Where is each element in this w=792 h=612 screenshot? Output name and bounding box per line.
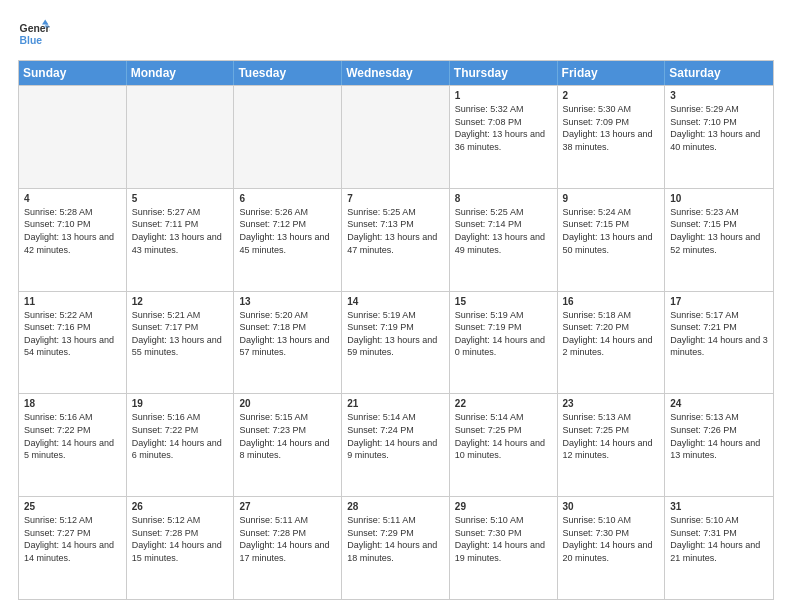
day-info: Sunrise: 5:32 AM Sunset: 7:08 PM Dayligh… bbox=[455, 103, 552, 153]
calendar-cell: 16Sunrise: 5:18 AM Sunset: 7:20 PM Dayli… bbox=[558, 292, 666, 394]
day-info: Sunrise: 5:14 AM Sunset: 7:24 PM Dayligh… bbox=[347, 411, 444, 461]
day-info: Sunrise: 5:13 AM Sunset: 7:25 PM Dayligh… bbox=[563, 411, 660, 461]
calendar-body: 1Sunrise: 5:32 AM Sunset: 7:08 PM Daylig… bbox=[19, 85, 773, 599]
day-number: 12 bbox=[132, 296, 229, 307]
day-number: 5 bbox=[132, 193, 229, 204]
calendar-row: 18Sunrise: 5:16 AM Sunset: 7:22 PM Dayli… bbox=[19, 393, 773, 496]
day-number: 17 bbox=[670, 296, 768, 307]
calendar-row: 11Sunrise: 5:22 AM Sunset: 7:16 PM Dayli… bbox=[19, 291, 773, 394]
day-info: Sunrise: 5:18 AM Sunset: 7:20 PM Dayligh… bbox=[563, 309, 660, 359]
calendar-cell bbox=[127, 86, 235, 188]
calendar-cell: 11Sunrise: 5:22 AM Sunset: 7:16 PM Dayli… bbox=[19, 292, 127, 394]
calendar-cell: 12Sunrise: 5:21 AM Sunset: 7:17 PM Dayli… bbox=[127, 292, 235, 394]
calendar-cell: 24Sunrise: 5:13 AM Sunset: 7:26 PM Dayli… bbox=[665, 394, 773, 496]
day-info: Sunrise: 5:11 AM Sunset: 7:29 PM Dayligh… bbox=[347, 514, 444, 564]
day-number: 25 bbox=[24, 501, 121, 512]
day-info: Sunrise: 5:17 AM Sunset: 7:21 PM Dayligh… bbox=[670, 309, 768, 359]
logo: General Blue bbox=[18, 18, 50, 50]
day-info: Sunrise: 5:27 AM Sunset: 7:11 PM Dayligh… bbox=[132, 206, 229, 256]
day-number: 30 bbox=[563, 501, 660, 512]
calendar-cell: 7Sunrise: 5:25 AM Sunset: 7:13 PM Daylig… bbox=[342, 189, 450, 291]
calendar: SundayMondayTuesdayWednesdayThursdayFrid… bbox=[18, 60, 774, 600]
calendar-cell: 28Sunrise: 5:11 AM Sunset: 7:29 PM Dayli… bbox=[342, 497, 450, 599]
calendar-cell: 31Sunrise: 5:10 AM Sunset: 7:31 PM Dayli… bbox=[665, 497, 773, 599]
day-info: Sunrise: 5:12 AM Sunset: 7:27 PM Dayligh… bbox=[24, 514, 121, 564]
day-info: Sunrise: 5:24 AM Sunset: 7:15 PM Dayligh… bbox=[563, 206, 660, 256]
calendar-cell: 26Sunrise: 5:12 AM Sunset: 7:28 PM Dayli… bbox=[127, 497, 235, 599]
calendar-cell bbox=[342, 86, 450, 188]
day-number: 1 bbox=[455, 90, 552, 101]
day-info: Sunrise: 5:26 AM Sunset: 7:12 PM Dayligh… bbox=[239, 206, 336, 256]
day-info: Sunrise: 5:10 AM Sunset: 7:30 PM Dayligh… bbox=[455, 514, 552, 564]
day-info: Sunrise: 5:29 AM Sunset: 7:10 PM Dayligh… bbox=[670, 103, 768, 153]
day-number: 16 bbox=[563, 296, 660, 307]
day-header: Tuesday bbox=[234, 61, 342, 85]
day-info: Sunrise: 5:23 AM Sunset: 7:15 PM Dayligh… bbox=[670, 206, 768, 256]
day-header: Wednesday bbox=[342, 61, 450, 85]
calendar-header: SundayMondayTuesdayWednesdayThursdayFrid… bbox=[19, 61, 773, 85]
day-info: Sunrise: 5:16 AM Sunset: 7:22 PM Dayligh… bbox=[24, 411, 121, 461]
day-number: 7 bbox=[347, 193, 444, 204]
day-number: 8 bbox=[455, 193, 552, 204]
day-number: 6 bbox=[239, 193, 336, 204]
calendar-cell: 27Sunrise: 5:11 AM Sunset: 7:28 PM Dayli… bbox=[234, 497, 342, 599]
day-info: Sunrise: 5:28 AM Sunset: 7:10 PM Dayligh… bbox=[24, 206, 121, 256]
logo-icon: General Blue bbox=[18, 18, 50, 50]
calendar-cell: 13Sunrise: 5:20 AM Sunset: 7:18 PM Dayli… bbox=[234, 292, 342, 394]
day-number: 31 bbox=[670, 501, 768, 512]
calendar-cell: 30Sunrise: 5:10 AM Sunset: 7:30 PM Dayli… bbox=[558, 497, 666, 599]
day-info: Sunrise: 5:22 AM Sunset: 7:16 PM Dayligh… bbox=[24, 309, 121, 359]
svg-marker-2 bbox=[42, 20, 48, 25]
day-info: Sunrise: 5:20 AM Sunset: 7:18 PM Dayligh… bbox=[239, 309, 336, 359]
day-info: Sunrise: 5:19 AM Sunset: 7:19 PM Dayligh… bbox=[455, 309, 552, 359]
day-number: 18 bbox=[24, 398, 121, 409]
day-number: 4 bbox=[24, 193, 121, 204]
calendar-cell: 4Sunrise: 5:28 AM Sunset: 7:10 PM Daylig… bbox=[19, 189, 127, 291]
day-number: 28 bbox=[347, 501, 444, 512]
day-info: Sunrise: 5:19 AM Sunset: 7:19 PM Dayligh… bbox=[347, 309, 444, 359]
day-header: Thursday bbox=[450, 61, 558, 85]
calendar-cell: 25Sunrise: 5:12 AM Sunset: 7:27 PM Dayli… bbox=[19, 497, 127, 599]
day-info: Sunrise: 5:15 AM Sunset: 7:23 PM Dayligh… bbox=[239, 411, 336, 461]
day-number: 15 bbox=[455, 296, 552, 307]
calendar-cell bbox=[19, 86, 127, 188]
day-info: Sunrise: 5:10 AM Sunset: 7:30 PM Dayligh… bbox=[563, 514, 660, 564]
day-info: Sunrise: 5:25 AM Sunset: 7:14 PM Dayligh… bbox=[455, 206, 552, 256]
day-header: Saturday bbox=[665, 61, 773, 85]
calendar-cell: 14Sunrise: 5:19 AM Sunset: 7:19 PM Dayli… bbox=[342, 292, 450, 394]
calendar-cell: 22Sunrise: 5:14 AM Sunset: 7:25 PM Dayli… bbox=[450, 394, 558, 496]
day-header: Sunday bbox=[19, 61, 127, 85]
day-info: Sunrise: 5:30 AM Sunset: 7:09 PM Dayligh… bbox=[563, 103, 660, 153]
day-number: 11 bbox=[24, 296, 121, 307]
day-number: 26 bbox=[132, 501, 229, 512]
day-header: Monday bbox=[127, 61, 235, 85]
day-number: 29 bbox=[455, 501, 552, 512]
day-info: Sunrise: 5:16 AM Sunset: 7:22 PM Dayligh… bbox=[132, 411, 229, 461]
day-number: 19 bbox=[132, 398, 229, 409]
day-info: Sunrise: 5:12 AM Sunset: 7:28 PM Dayligh… bbox=[132, 514, 229, 564]
day-info: Sunrise: 5:11 AM Sunset: 7:28 PM Dayligh… bbox=[239, 514, 336, 564]
day-info: Sunrise: 5:10 AM Sunset: 7:31 PM Dayligh… bbox=[670, 514, 768, 564]
calendar-cell: 23Sunrise: 5:13 AM Sunset: 7:25 PM Dayli… bbox=[558, 394, 666, 496]
day-info: Sunrise: 5:14 AM Sunset: 7:25 PM Dayligh… bbox=[455, 411, 552, 461]
day-number: 20 bbox=[239, 398, 336, 409]
calendar-cell: 1Sunrise: 5:32 AM Sunset: 7:08 PM Daylig… bbox=[450, 86, 558, 188]
svg-text:Blue: Blue bbox=[20, 35, 43, 46]
calendar-cell: 20Sunrise: 5:15 AM Sunset: 7:23 PM Dayli… bbox=[234, 394, 342, 496]
day-info: Sunrise: 5:21 AM Sunset: 7:17 PM Dayligh… bbox=[132, 309, 229, 359]
calendar-cell: 15Sunrise: 5:19 AM Sunset: 7:19 PM Dayli… bbox=[450, 292, 558, 394]
day-number: 23 bbox=[563, 398, 660, 409]
day-number: 10 bbox=[670, 193, 768, 204]
calendar-cell: 9Sunrise: 5:24 AM Sunset: 7:15 PM Daylig… bbox=[558, 189, 666, 291]
day-number: 2 bbox=[563, 90, 660, 101]
day-number: 9 bbox=[563, 193, 660, 204]
day-header: Friday bbox=[558, 61, 666, 85]
calendar-row: 25Sunrise: 5:12 AM Sunset: 7:27 PM Dayli… bbox=[19, 496, 773, 599]
day-number: 24 bbox=[670, 398, 768, 409]
day-info: Sunrise: 5:13 AM Sunset: 7:26 PM Dayligh… bbox=[670, 411, 768, 461]
day-info: Sunrise: 5:25 AM Sunset: 7:13 PM Dayligh… bbox=[347, 206, 444, 256]
page: General Blue SundayMondayTuesdayWednesda… bbox=[0, 0, 792, 612]
day-number: 13 bbox=[239, 296, 336, 307]
calendar-cell: 19Sunrise: 5:16 AM Sunset: 7:22 PM Dayli… bbox=[127, 394, 235, 496]
day-number: 3 bbox=[670, 90, 768, 101]
